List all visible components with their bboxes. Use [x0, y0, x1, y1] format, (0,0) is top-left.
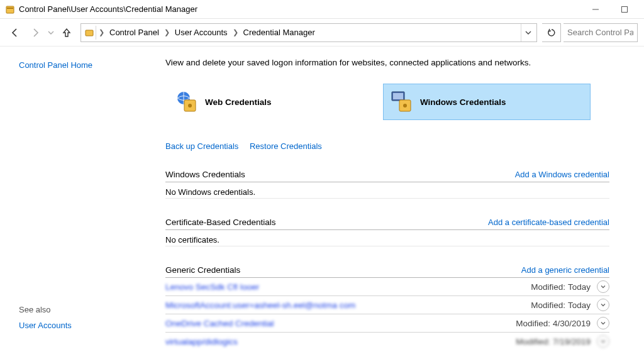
modified-date: Today: [568, 282, 591, 292]
restore-credentials-link[interactable]: Restore Credentials: [250, 141, 322, 151]
globe-safe-icon: [175, 90, 199, 114]
section-title: Windows Credentials: [165, 170, 245, 179]
chevron-right-icon[interactable]: ❯: [97, 28, 106, 36]
section-windows-credentials: Windows Credentials Add a Windows creden…: [165, 170, 609, 199]
add-generic-credential-link[interactable]: Add a generic credential: [521, 265, 609, 275]
chevron-down-icon[interactable]: [597, 335, 609, 348]
modified-date: 7/19/2019: [553, 337, 591, 346]
svg-point-7: [188, 104, 192, 108]
credential-name: Lenovo SecSdk Cfl Iooer: [165, 282, 259, 292]
breadcrumb-item[interactable]: Control Panel: [106, 28, 163, 37]
svg-rect-1: [7, 8, 13, 9]
forward-button[interactable]: [26, 24, 44, 41]
section-empty-text: No certificates.: [165, 230, 609, 246]
section-title: Generic Credentials: [165, 265, 240, 275]
svg-rect-3: [622, 6, 628, 12]
modified-label: Modified:: [531, 301, 565, 310]
modified-label: Modified:: [516, 337, 550, 346]
sidebar: Control Panel Home See also User Account…: [0, 47, 160, 364]
modified-label: Modified:: [516, 319, 550, 328]
tab-label: Web Credentials: [205, 97, 272, 107]
recent-locations-dropdown[interactable]: [47, 24, 55, 41]
chevron-right-icon[interactable]: ❯: [163, 28, 171, 36]
section-empty-text: No Windows credentials.: [165, 182, 609, 199]
credential-name: virtualapp/didlogics: [165, 337, 238, 346]
credential-name: MicrosoftAccount:user=asheel-sh.eel@notm…: [165, 301, 355, 310]
credential-row[interactable]: MicrosoftAccount:user=asheel-sh.eel@notm…: [165, 296, 609, 314]
explorer-navbar: ❯ Control Panel ❯ User Accounts ❯ Creden…: [0, 19, 644, 47]
modified-date: 4/30/2019: [553, 319, 591, 328]
tab-windows-credentials[interactable]: Windows Credentials: [383, 84, 591, 120]
modified-date: Today: [568, 301, 591, 310]
breadcrumb-item[interactable]: Credential Manager: [240, 28, 319, 37]
chevron-down-icon[interactable]: [597, 317, 609, 329]
window-title: Control Panel\User Accounts\Credential M…: [19, 4, 197, 14]
back-button[interactable]: [6, 24, 24, 41]
credential-name: OneDrive Cached Credential: [165, 319, 274, 328]
see-also-heading: See also: [19, 305, 148, 314]
address-bar[interactable]: ❯ Control Panel ❯ User Accounts ❯ Creden…: [80, 23, 537, 42]
search-input[interactable]: Search Control Pa: [564, 23, 638, 42]
section-title: Certificate-Based Credentials: [165, 218, 276, 227]
modified-label: Modified:: [531, 282, 565, 292]
maximize-button[interactable]: [610, 0, 639, 19]
svg-rect-4: [86, 30, 93, 36]
page-intro: View and delete your saved logon informa…: [165, 58, 609, 67]
chevron-down-icon[interactable]: [597, 299, 609, 311]
address-history-dropdown[interactable]: [521, 24, 535, 41]
refresh-button[interactable]: [542, 23, 561, 42]
add-certificate-credential-link[interactable]: Add a certificate-based credential: [488, 218, 609, 227]
location-icon: [82, 26, 96, 40]
monitor-safe-icon: [390, 90, 414, 114]
chevron-down-icon[interactable]: [597, 280, 609, 293]
svg-rect-0: [6, 6, 14, 13]
chevron-right-icon[interactable]: ❯: [231, 28, 240, 36]
breadcrumb-item[interactable]: User Accounts: [171, 28, 231, 37]
window-titlebar: Control Panel\User Accounts\Credential M…: [0, 0, 644, 19]
svg-rect-9: [393, 93, 403, 99]
app-icon: [5, 4, 15, 14]
control-panel-home-link[interactable]: Control Panel Home: [19, 60, 92, 70]
search-placeholder: Search Control Pa: [567, 28, 633, 37]
see-also-user-accounts-link[interactable]: User Accounts: [19, 321, 148, 330]
tab-web-credentials[interactable]: Web Credentials: [168, 84, 375, 120]
up-button[interactable]: [58, 24, 75, 41]
credential-row[interactable]: virtualapp/didlogics Modified: 7/19/2019: [165, 333, 609, 350]
backup-credentials-link[interactable]: Back up Credentials: [165, 141, 238, 151]
minimize-button[interactable]: [581, 0, 610, 19]
section-generic-credentials: Generic Credentials Add a generic creden…: [165, 265, 609, 350]
svg-point-11: [403, 104, 407, 108]
tab-label: Windows Credentials: [420, 97, 506, 107]
credential-row[interactable]: OneDrive Cached Credential Modified: 4/3…: [165, 314, 609, 333]
credential-row[interactable]: Lenovo SecSdk Cfl Iooer Modified: Today: [165, 278, 609, 296]
add-windows-credential-link[interactable]: Add a Windows credential: [515, 170, 609, 179]
content-area: View and delete your saved logon informa…: [160, 47, 644, 364]
section-certificate-credentials: Certificate-Based Credentials Add a cert…: [165, 218, 609, 246]
